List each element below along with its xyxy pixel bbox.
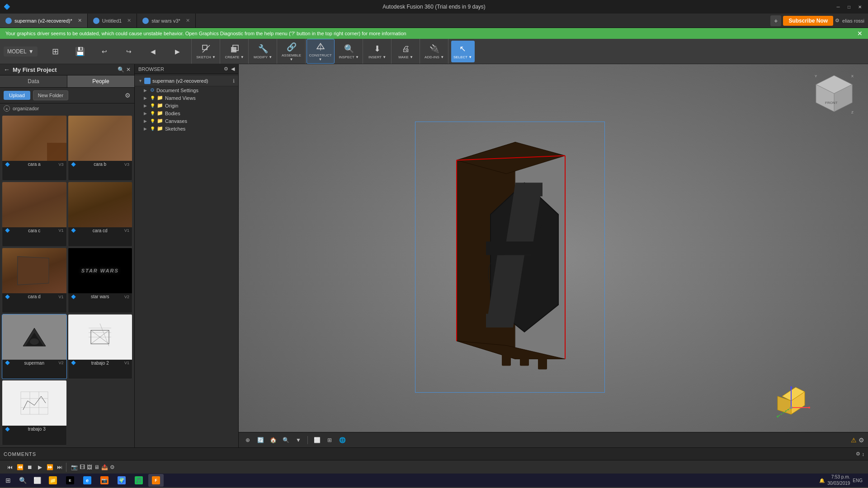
home-view-icon[interactable]: 🏠 bbox=[268, 435, 278, 446]
anim-next-button[interactable]: ⏩ bbox=[45, 463, 54, 472]
pivot-icon[interactable]: ⊕ bbox=[242, 435, 253, 446]
tab-superman-close[interactable]: ✕ bbox=[78, 18, 82, 23]
start-icon: ⊞ bbox=[5, 477, 11, 484]
save-button[interactable]: 💾 bbox=[68, 41, 92, 62]
tree-item-named-views[interactable]: ▶ 💡 📁 Named Views bbox=[135, 94, 238, 102]
tab-starwars[interactable]: star wars v3* ✕ bbox=[137, 14, 196, 28]
anim-export-icon[interactable]: 📤 bbox=[101, 464, 108, 470]
anim-settings-icon[interactable]: ⚙ bbox=[110, 464, 115, 470]
search-icon[interactable]: 🔍 bbox=[118, 66, 124, 73]
toolbar-group-modify: 🔧 MODIFY ▼ bbox=[250, 39, 277, 64]
project-item-cara-a[interactable]: 🔷 cara a V3 bbox=[2, 115, 67, 181]
back-button[interactable]: ◀ bbox=[142, 41, 165, 62]
settings-viewport-icon[interactable]: ⚙ bbox=[859, 436, 864, 444]
minimize-button[interactable]: ─ bbox=[834, 2, 843, 11]
project-item-cara-c[interactable]: 🔷 cara c V1 bbox=[2, 182, 67, 247]
make-button[interactable]: 🖨 MAKE ▼ bbox=[394, 41, 418, 62]
anim-filmstrip-icon[interactable]: 🎞 bbox=[80, 464, 85, 470]
proj-icon-sm-t3: 🔷 bbox=[5, 427, 10, 432]
tree-item-sketches[interactable]: ▶ 💡 📁 Sketches bbox=[135, 125, 238, 132]
anim-image-icon[interactable]: 🖼 bbox=[87, 464, 92, 470]
zoom-arrow-icon[interactable]: ▼ bbox=[293, 435, 304, 446]
tab-starwars-close[interactable]: ✕ bbox=[186, 18, 190, 23]
close-button[interactable]: ✕ bbox=[855, 2, 864, 11]
tab-untitled[interactable]: Untitled1 ✕ bbox=[88, 14, 137, 28]
maximize-button[interactable]: □ bbox=[844, 2, 854, 11]
tree-root-info-icon[interactable]: ℹ bbox=[233, 78, 235, 84]
tree-root-arrow[interactable]: ▼ bbox=[138, 79, 142, 83]
inspect-button[interactable]: 🔍 INSPECT ▼ bbox=[337, 41, 361, 62]
warning-close[interactable]: ✕ bbox=[857, 30, 863, 37]
taskbar-photos[interactable]: 📷 bbox=[97, 474, 112, 487]
taskbar-chrome[interactable]: 🌍 bbox=[114, 474, 129, 487]
browser-settings-icon[interactable]: ⚙ bbox=[224, 66, 228, 72]
anim-stop-button[interactable]: ⏹ bbox=[25, 463, 34, 472]
project-item-cara-b[interactable]: 🔷 cara b V3 bbox=[68, 115, 133, 181]
anim-play-button[interactable]: ▶ bbox=[35, 463, 44, 472]
orbit-icon[interactable]: 🔄 bbox=[255, 435, 266, 446]
taskbar-spotify[interactable]: 🎵 bbox=[131, 474, 146, 487]
tab-superman[interactable]: superman (v2-recovered)* ✕ bbox=[0, 14, 88, 28]
new-tab-button[interactable]: + bbox=[770, 15, 781, 26]
tree-item-origin[interactable]: ▶ 💡 📁 Origin bbox=[135, 102, 238, 109]
comments-label: COMMENTS bbox=[4, 451, 36, 457]
grid-display-icon[interactable]: ⊞ bbox=[324, 435, 335, 446]
taskbar-language-icon[interactable]: ENG bbox=[853, 478, 863, 483]
addins-button[interactable]: 🔌 ADD-INS ▼ bbox=[423, 41, 446, 62]
project-item-star-wars[interactable]: STAR WARS 🔷 star wars V2 bbox=[68, 248, 133, 313]
select-button[interactable]: ↖ SELECT ▼ bbox=[451, 41, 475, 62]
upload-button[interactable]: Upload bbox=[4, 91, 30, 100]
tab-untitled-close[interactable]: ✕ bbox=[127, 18, 131, 23]
redo-button[interactable]: ↪ bbox=[117, 41, 141, 62]
taskbar-ie[interactable]: e bbox=[80, 474, 95, 487]
tree-item-document-settings[interactable]: ▶ ⚙ Document Settings bbox=[135, 86, 238, 94]
project-item-trabajo-3[interactable]: 🔷 trabajo 3 bbox=[2, 380, 67, 446]
project-item-trabajo-2[interactable]: 🔷 trabajo 2 V1 bbox=[68, 314, 133, 380]
anim-last-button[interactable]: ⏭ bbox=[55, 463, 64, 472]
anim-camera-icon[interactable]: 📷 bbox=[71, 464, 78, 470]
sketch-button[interactable]: SKETCH ▼ bbox=[194, 41, 218, 62]
tab-data[interactable]: Data bbox=[0, 75, 67, 87]
zoom-icon[interactable]: 🔍 bbox=[280, 435, 291, 446]
back-nav-icon[interactable]: ← bbox=[4, 66, 10, 73]
browser-collapse-icon[interactable]: ◀ bbox=[231, 66, 235, 72]
environment-icon[interactable]: 🌐 bbox=[337, 435, 348, 446]
project-name-cara-c: cara c bbox=[28, 228, 40, 233]
view-cube[interactable]: FRONT X Y Z bbox=[814, 73, 854, 115]
display-mode-icon[interactable]: ⬜ bbox=[311, 435, 322, 446]
taskbar-notification-icon[interactable]: 🔔 bbox=[819, 478, 825, 483]
forward-button[interactable]: ▶ bbox=[166, 41, 189, 62]
svg-rect-35 bbox=[502, 355, 511, 366]
new-folder-button[interactable]: New Folder bbox=[33, 90, 68, 100]
comments-expand-icon[interactable]: ↕ bbox=[862, 451, 865, 457]
tree-item-bodies[interactable]: ▶ 💡 📁 Bodies bbox=[135, 109, 238, 117]
task-view-button[interactable]: ⬜ bbox=[31, 474, 43, 487]
construct-button[interactable]: CONSTRUCT ▼ bbox=[309, 41, 332, 62]
project-item-cara-d[interactable]: 🔷 cara d V1 bbox=[2, 248, 67, 313]
start-button[interactable]: ⊞ bbox=[2, 474, 14, 487]
close-panel-icon[interactable]: ✕ bbox=[126, 66, 131, 73]
anim-screen-icon[interactable]: 🖥 bbox=[94, 464, 99, 470]
viewport[interactable]: FRONT X Y Z bbox=[239, 64, 868, 447]
taskbar-file-explorer[interactable]: 📁 bbox=[45, 474, 61, 487]
project-item-superman[interactable]: 🔷 superman V2 bbox=[2, 314, 67, 380]
panel-settings-icon[interactable]: ⚙ bbox=[125, 92, 131, 99]
tree-item-canvases[interactable]: ▶ 💡 📁 Canvases bbox=[135, 117, 238, 125]
grid-button[interactable]: ⊞ bbox=[44, 41, 67, 62]
subscribe-button[interactable]: Subscribe Now bbox=[783, 16, 833, 26]
tab-people[interactable]: People bbox=[67, 75, 134, 87]
assemble-button[interactable]: 🔗 ASSEMBLE ▼ bbox=[280, 41, 303, 62]
taskbar-epic[interactable]: E bbox=[62, 474, 78, 487]
anim-prev-button[interactable]: ⏪ bbox=[15, 463, 24, 472]
insert-button[interactable]: ⬇ INSERT ▼ bbox=[366, 41, 389, 62]
search-button[interactable]: 🔍 bbox=[16, 474, 29, 487]
modify-button[interactable]: 🔧 MODIFY ▼ bbox=[251, 41, 275, 62]
settings-icon[interactable]: ⚙ bbox=[835, 18, 840, 23]
taskbar-fusion360[interactable]: F bbox=[148, 474, 164, 487]
undo-button[interactable]: ↩ bbox=[93, 41, 116, 62]
anim-first-button[interactable]: ⏮ bbox=[5, 463, 14, 472]
comments-settings-icon[interactable]: ⚙ bbox=[856, 451, 860, 457]
project-item-cara-cd[interactable]: 🔷 cara cd V1 bbox=[68, 182, 133, 247]
create-button[interactable]: CREATE ▼ bbox=[223, 41, 246, 62]
model-selector[interactable]: MODEL ▼ bbox=[4, 47, 38, 56]
